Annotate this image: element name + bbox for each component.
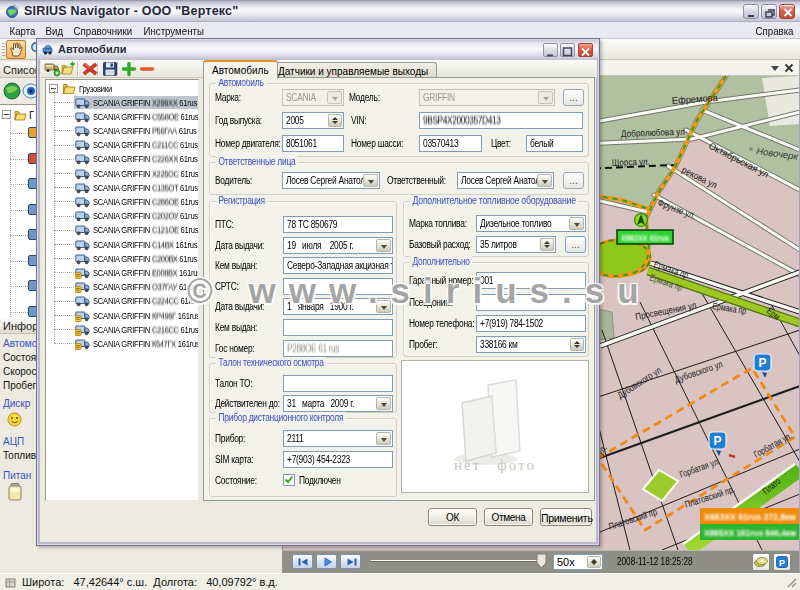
srts-date-input[interactable]: 1 января 1900 г. [283,298,393,315]
persons-browse-button[interactable]: ... [563,172,584,189]
tree-item-label: SCANIA GRIFFIN К547ГХ 161rus [93,338,199,349]
minimize-button[interactable] [743,4,759,19]
map-close-icon[interactable] [784,63,794,73]
tree-item[interactable]: SCANIA GRIFFIN С211СС 61rus [46,138,199,152]
tree-item[interactable]: SCANIA GRIFFIN Р56ГАА 61rus [46,124,199,138]
chassis-input[interactable]: 03570413 [419,135,482,152]
skip-start-button[interactable] [292,554,313,569]
tab-sensors[interactable]: Датчики и управляемые выходы [269,62,437,78]
street-label: Щорса ул. [612,156,650,168]
dialog-minimize-button[interactable] [543,43,558,57]
menu-help[interactable]: Справка [752,24,797,38]
tree-item[interactable]: SCANIA GRIFFIN С558ОЕ 61rus [46,110,199,124]
device-combo-arrow[interactable] [376,432,391,445]
sidebar-tree-root[interactable]: Г [2,108,34,126]
field-value: 31 марта 2009 г. [287,398,354,409]
valid-until-label: Действителен до: [215,398,280,409]
menu-catalogs[interactable]: Справочники [70,24,136,38]
mileage-input[interactable]: 338166 км [476,336,586,353]
valid-until-arrow[interactable] [376,397,391,410]
resize-grip[interactable] [786,577,798,589]
sidebar-view-buttons[interactable] [2,81,36,101]
responsible-combo-arrow[interactable] [537,174,552,187]
responsible-combo[interactable]: Лосев Сергей Анатоль [457,172,554,189]
tree-item[interactable]: SCANIA GRIFFIN К547ГХ 161rus [46,337,199,351]
timeline-slider[interactable] [371,560,543,562]
vehicle-tree[interactable]: Грузовики SCANIA GRIFFIN Х299ХХ 61rus SC… [45,79,199,501]
alias-input[interactable] [476,294,586,311]
parking-toggle-button[interactable]: P [773,553,791,571]
engine-input[interactable]: 8051061 [282,135,344,152]
driver-combo-arrow[interactable] [363,174,378,187]
speed-spinner[interactable] [587,556,601,568]
menu-view[interactable]: Вид [42,24,67,38]
garage-input[interactable]: 001 [476,272,586,289]
mileage-spinner[interactable] [570,338,584,351]
tree-item[interactable]: SCANIA GRIFFIN Х299ХХ 61rus [46,96,199,110]
gos-number-input[interactable]: Р288ОЕ 61 rus [283,340,393,357]
fuel-rate-input[interactable]: 35 литров [476,236,556,253]
sidebar-tree[interactable]: Г [0,104,36,318]
year-input[interactable]: 2005 [282,112,344,129]
restore-button[interactable] [761,4,777,19]
menu-tools[interactable]: Инструменты [140,24,207,38]
vehicle-marker[interactable] [635,214,648,227]
cancel-button[interactable]: Отмена [484,508,533,526]
fuel-rate-spinner[interactable] [540,238,554,251]
speed-input[interactable]: 50x [553,554,603,570]
pts-issued-input[interactable]: Северо-Западная акцизная т [283,257,393,274]
remove-sensor-button[interactable] [138,61,156,77]
add-group-button[interactable] [60,61,78,77]
fuel-type-combo[interactable]: Дизельное топливо [476,215,586,232]
ok-button[interactable]: ОК [428,508,477,526]
tree-item[interactable]: SCANIA GRIFFIN С224СС 61rus [46,294,199,308]
tree-root[interactable]: Грузовики [46,82,199,96]
add-sensor-button[interactable] [120,61,138,77]
dialog-maximize-button[interactable] [560,43,575,57]
speed-value: 50x [557,556,575,568]
tree-item[interactable]: SCANIA GRIFFIN С226ХХ 61rus [46,152,199,166]
pts-date-arrow[interactable] [376,239,391,252]
srts-issued-input[interactable] [283,319,393,336]
tree-item[interactable]: SCANIA GRIFFIN Е008ВХ 161rus [46,266,199,280]
device-combo[interactable]: 2111 [283,430,393,447]
driver-combo[interactable]: Лосев Сергей Анатоль [282,172,380,189]
connected-checkbox[interactable] [283,474,295,486]
map-menu-icon[interactable] [770,64,780,72]
pts-input[interactable]: 78 ТС 850679 [283,216,393,233]
tab-vehicle[interactable]: Автомобиль [203,60,278,79]
tree-item[interactable]: SCANIA GRIFFIN С202ОУ 61rus [46,209,199,223]
pts-date-input[interactable]: 19 июля 2005 г. [283,237,393,254]
tree-item[interactable]: SCANIA GRIFFIN С14ВХ 161rus [46,238,199,252]
tree-item[interactable]: SCANIA GRIFFIN КР496Г 161rus [46,309,199,323]
tree-item[interactable]: SCANIA GRIFFIN С216СС 61rus [46,323,199,337]
slider-thumb[interactable] [536,553,547,570]
phone-input[interactable]: +7(919) 784-1502 [476,315,586,332]
dialog-close-button[interactable] [578,43,593,57]
tree-item[interactable]: SCANIA GRIFFIN С121ОЕ 61rus [46,223,199,237]
fuel-report-button[interactable] [752,553,770,571]
skip-end-button[interactable] [340,554,361,569]
close-button[interactable] [779,4,795,19]
fuel-type-arrow[interactable] [569,217,584,230]
tree-item[interactable]: SCANIA GRIFFIN С135ОТ 61rus [46,181,199,195]
fuel-browse-button[interactable]: ... [565,236,586,253]
color-input[interactable]: белый [526,135,583,152]
tree-item[interactable]: SCANIA GRIFFIN Х225ОС 61rus [46,167,199,181]
vin-input[interactable]: 9BSP4X2000357D413 [419,112,583,129]
ticket-input[interactable] [283,375,393,392]
tree-item[interactable]: SCANIA GRIFFIN С200ВХ 61rus [46,252,199,266]
tree-item[interactable]: SCANIA GRIFFIN О37ГАУ 61rus [46,280,199,294]
srts-input[interactable] [283,278,393,295]
menu-map[interactable]: Карта [6,24,39,38]
sim-input[interactable]: +7(903) 454-2323 [283,451,393,468]
vin-label: VIN: [351,115,366,126]
srts-date-arrow[interactable] [376,300,391,313]
tree-item[interactable]: SCANIA GRIFFIN С286ОЕ 61rus [46,195,199,209]
apply-button[interactable]: Применить [540,508,592,526]
model-browse-button[interactable]: ... [563,89,584,106]
valid-until-input[interactable]: 31 марта 2009 г. [283,395,393,412]
pan-tool-button[interactable] [6,40,26,59]
year-spinner[interactable] [328,114,342,127]
play-button[interactable] [316,554,337,569]
